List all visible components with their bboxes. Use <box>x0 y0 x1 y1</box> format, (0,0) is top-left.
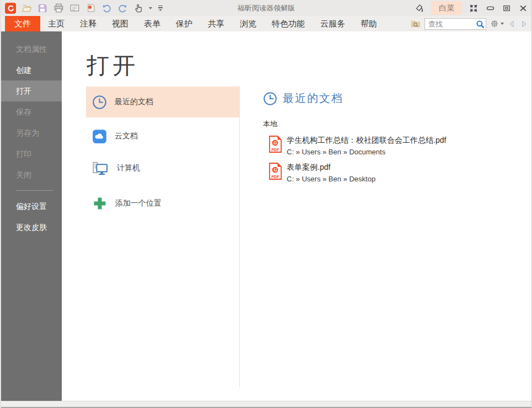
sidebar-divider <box>16 190 53 191</box>
customize-toolbar-icon[interactable] <box>158 6 163 11</box>
source-recent-documents[interactable]: 最近的文档 <box>86 87 240 117</box>
tab-share[interactable]: 共享 <box>200 16 232 31</box>
status-bar <box>1 401 531 408</box>
titlebar-controls: 白菜 <box>415 0 528 16</box>
app-logo-icon[interactable] <box>5 3 16 14</box>
search-icon[interactable] <box>476 20 485 29</box>
nav-forward-icon[interactable] <box>520 20 528 28</box>
close-button[interactable] <box>518 3 528 13</box>
tab-file[interactable]: 文件 <box>5 16 40 31</box>
tab-features[interactable]: 特色功能 <box>264 16 313 31</box>
sidebar-item-save-as: 另存为 <box>1 122 62 143</box>
svg-text:PDF: PDF <box>271 175 280 179</box>
redo-icon[interactable] <box>117 3 128 14</box>
document-icon[interactable] <box>69 3 80 14</box>
account-button[interactable]: 白菜 <box>431 1 462 15</box>
fullscreen-icon[interactable] <box>469 3 479 13</box>
file-name: 学生机构工作总结：校社团联合会工作总结.pdf <box>287 136 446 146</box>
minimize-button[interactable] <box>485 3 495 13</box>
recent-file-row[interactable]: GPDF 表单案例.pdf C: » Users » Ben » Desktop <box>269 163 522 183</box>
file-menu-sidebar: 文档属性 创建 打开 保存 另存为 打印 关闭 偏好设置 更改皮肤 <box>1 31 62 401</box>
search-box <box>424 18 486 30</box>
quick-access-toolbar <box>1 3 163 14</box>
pdf-file-icon: GPDF <box>269 163 282 183</box>
clock-icon <box>92 95 107 110</box>
sidebar-item-preferences[interactable]: 偏好设置 <box>1 196 62 217</box>
tab-help[interactable]: 帮助 <box>353 16 385 31</box>
menu-tabs: 文件 主页 注释 视图 表单 保护 共享 浏览 特色功能 云服务 帮助 <box>1 16 385 31</box>
recent-documents-header: 最近的文档 <box>263 91 522 106</box>
restore-button[interactable] <box>502 3 512 13</box>
backstage-view: 文档属性 创建 打开 保存 另存为 打印 关闭 偏好设置 更改皮肤 打开 最近的… <box>1 31 531 401</box>
sidebar-item-print: 打印 <box>1 143 62 164</box>
source-cloud-documents[interactable]: 云文档 <box>86 121 240 152</box>
computer-icon <box>92 160 109 177</box>
hand-tool-dropdown-caret[interactable] <box>149 7 152 9</box>
add-place-icon <box>92 196 108 211</box>
tab-cloud[interactable]: 云服务 <box>313 16 353 31</box>
cloud-icon <box>92 129 107 144</box>
source-add-place[interactable]: 添加一个位置 <box>86 188 240 219</box>
recent-header-label: 最近的文档 <box>283 91 343 106</box>
undo-icon[interactable] <box>101 3 112 14</box>
pdf-file-icon: GPDF <box>269 136 282 156</box>
search-folder-icon[interactable] <box>411 19 421 29</box>
window-title: 福昕阅读器领鲜版 <box>238 3 295 13</box>
tab-home[interactable]: 主页 <box>40 16 72 31</box>
title-bar: 福昕阅读器领鲜版 白菜 <box>1 0 531 16</box>
source-label: 云文档 <box>115 131 138 141</box>
svg-text:PDF: PDF <box>271 148 280 152</box>
create-pdf-icon[interactable] <box>85 3 96 14</box>
file-path: C: » Users » Ben » Desktop <box>287 175 375 183</box>
nav-back-icon[interactable] <box>508 20 516 28</box>
save-icon[interactable] <box>37 3 48 14</box>
tab-form[interactable]: 表单 <box>136 16 168 31</box>
sidebar-item-save: 保存 <box>1 101 62 122</box>
svg-text:G: G <box>273 140 277 146</box>
source-label: 最近的文档 <box>115 97 153 107</box>
tab-protect[interactable]: 保护 <box>168 16 200 31</box>
settings-caret-icon <box>501 23 504 25</box>
recent-documents-panel: 最近的文档 本地 GPDF 学生机构工作总结：校社团联合会工作总结.pdf C:… <box>263 91 522 183</box>
source-label: 添加一个位置 <box>115 198 162 208</box>
print-icon[interactable] <box>53 3 64 14</box>
page-title: 打开 <box>87 51 138 81</box>
hand-tool-icon[interactable] <box>133 3 144 14</box>
change-skin-icon[interactable] <box>415 3 424 13</box>
app-window: 福昕阅读器领鲜版 白菜 <box>0 0 532 408</box>
sidebar-item-change-skin[interactable]: 更改皮肤 <box>1 217 62 238</box>
panel-divider <box>239 85 240 387</box>
group-label-local: 本地 <box>263 119 522 129</box>
source-label: 计算机 <box>117 163 140 173</box>
file-name: 表单案例.pdf <box>287 163 375 173</box>
menubar-right-cluster <box>411 16 528 31</box>
sidebar-item-create[interactable]: 创建 <box>1 60 62 80</box>
menu-bar: 文件 主页 注释 视图 表单 保护 共享 浏览 特色功能 云服务 帮助 <box>1 16 531 31</box>
svg-text:G: G <box>273 167 277 173</box>
settings-dropdown[interactable] <box>490 19 504 28</box>
tab-browse[interactable]: 浏览 <box>232 16 264 31</box>
sidebar-item-open[interactable]: 打开 <box>1 80 62 101</box>
clock-icon <box>263 92 277 106</box>
source-computer[interactable]: 计算机 <box>86 153 240 184</box>
tab-view[interactable]: 视图 <box>104 16 136 31</box>
sidebar-item-document-properties: 文档属性 <box>1 39 62 60</box>
file-path: C: » Users » Ben » Documents <box>287 148 446 156</box>
recent-file-row[interactable]: GPDF 学生机构工作总结：校社团联合会工作总结.pdf C: » Users … <box>269 136 522 156</box>
sidebar-item-close: 关闭 <box>1 164 62 185</box>
tab-comment[interactable]: 注释 <box>72 16 104 31</box>
open-file-icon[interactable] <box>21 3 32 14</box>
